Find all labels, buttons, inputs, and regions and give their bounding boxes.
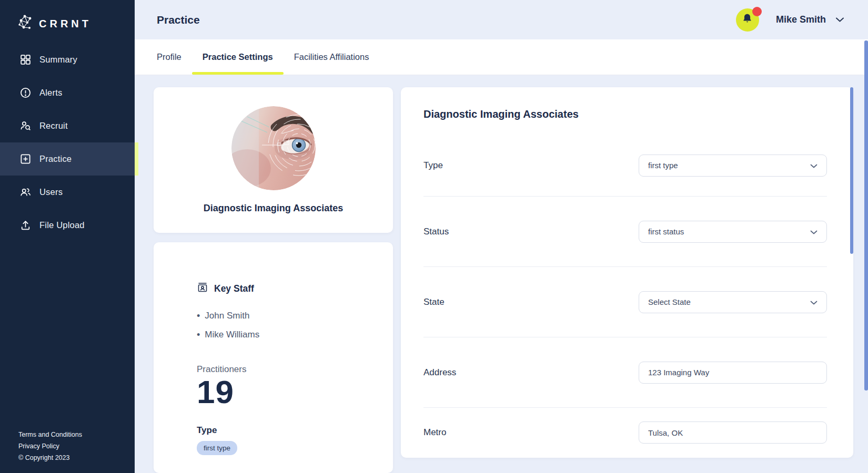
type-badge: first type [197,441,237,455]
sidebar-item-practice[interactable]: Practice [0,142,135,176]
form-row-address: Address [423,337,827,408]
form-row-status: Statusfirst status [423,197,827,267]
practice-avatar [231,106,316,190]
staff-member: •Mike Williams [197,325,377,344]
tab-profile[interactable]: Profile [146,39,192,75]
header: Practice Mike Smith [135,0,868,39]
staff-member-name: John Smith [205,311,249,321]
notifications-button[interactable] [736,8,759,32]
sidebar-item-summary[interactable]: Summary [0,43,135,76]
active-tab-underline [192,72,284,75]
id-badge-icon [197,282,208,296]
privacy-link[interactable]: Privacy Policy [18,440,82,452]
staff-member-name: Mike Williams [205,330,259,340]
key-staff-card: Key Staff •John Smith•Mike Williams Prac… [154,242,393,473]
chevron-down-icon [810,161,817,170]
copyright-text: © Copyright 2023 [18,452,82,464]
sidebar-item-label: Users [39,187,63,197]
tab-label: Facilities Affiliations [294,52,369,62]
tab-label: Profile [157,52,181,62]
sidebar: CRRNT SummaryAlertsRecruitPracticeUsersF… [0,0,135,473]
field-label: Type [423,160,443,171]
sidebar-item-users[interactable]: Users [0,176,135,209]
card-scrollbar-thumb[interactable] [850,87,853,254]
tab-facilities-affiliations[interactable]: Facilities Affiliations [284,39,380,75]
sidebar-item-recruit[interactable]: Recruit [0,109,135,142]
form-row-type: Typefirst type [423,135,827,197]
notification-dot [752,7,762,16]
practice-name: Diagnostic Imaging Associates [204,203,343,214]
practitioners-count: 19 [197,375,377,409]
form-row-metro: Metro [423,408,827,457]
sidebar-nav: SummaryAlertsRecruitPracticeUsersFile Up… [0,43,135,242]
bullet-icon: • [197,330,200,341]
select-value: Select State [648,297,691,306]
people-icon [19,186,32,199]
logo[interactable]: CRRNT [0,0,135,34]
metro-input[interactable] [639,421,827,444]
form-rows: Typefirst typeStatusfirst statusStateSel… [423,135,827,457]
sidebar-item-file-upload[interactable]: File Upload [0,209,135,242]
select-value: first type [648,161,678,170]
staff-member: •John Smith [197,306,377,325]
field-label: State [423,297,445,307]
app-window: CRRNT SummaryAlertsRecruitPracticeUsersF… [0,0,868,473]
type-label: Type [197,425,377,436]
key-staff-title: Key Staff [214,283,254,294]
key-staff-list: •John Smith•Mike Williams [197,306,377,344]
alert-circle-icon [19,87,32,99]
form-heading: Diagnostic Imaging Associates [423,87,827,120]
plus-square-icon [19,153,32,166]
user-menu-name[interactable]: Mike Smith [776,14,826,25]
sidebar-item-alerts[interactable]: Alerts [0,76,135,109]
sidebar-item-label: Practice [39,154,72,164]
terms-link[interactable]: Terms and Conditions [18,429,82,440]
sidebar-item-label: Summary [39,55,77,65]
logo-text: CRRNT [39,18,92,30]
bullet-icon: • [197,311,200,322]
select-value: first status [648,227,684,236]
form-row-state: StateSelect State [423,267,827,337]
active-indicator [135,142,138,176]
chevron-down-icon [810,297,817,307]
tab-label: Practice Settings [203,52,273,62]
grid-icon [19,54,32,66]
type-select[interactable]: first type [639,155,827,177]
sidebar-item-label: Alerts [39,88,62,98]
user-menu-chevron-icon[interactable] [835,17,844,23]
person-search-icon [19,120,32,132]
sidebar-item-label: File Upload [39,220,85,230]
chevron-down-icon [810,227,817,236]
tab-practice-settings[interactable]: Practice Settings [192,39,284,75]
state-select[interactable]: Select State [639,291,827,313]
page-scrollbar-thumb[interactable] [864,40,868,390]
tab-bar: ProfilePractice SettingsFacilities Affil… [135,39,868,75]
field-label: Metro [423,427,446,438]
sidebar-footer: Terms and Conditions Privacy Policy © Co… [18,429,82,464]
upload-icon [19,219,32,232]
practitioners-label: Practitioners [197,364,377,375]
address-input[interactable] [639,362,827,384]
network-logo-icon [18,14,35,34]
sidebar-item-label: Recruit [39,121,68,131]
field-label: Status [423,227,449,237]
field-label: Address [423,367,456,378]
practice-identity-card: Diagnostic Imaging Associates [154,87,393,233]
bell-icon [741,13,753,27]
status-select[interactable]: first status [639,221,827,243]
practice-settings-card: Diagnostic Imaging Associates Typefirst … [401,87,853,458]
page-title: Practice [157,14,736,26]
